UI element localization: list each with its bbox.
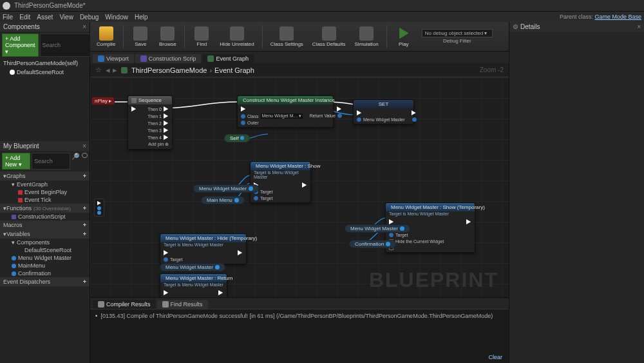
exec-out-pin[interactable] [302, 182, 307, 188]
play-button[interactable]: Play [391, 25, 417, 48]
blueprint-search-input[interactable] [32, 153, 70, 170]
add-pin-button[interactable]: Add pin ⊕ [148, 142, 169, 147]
var-main-menu[interactable]: MainMenu [0, 262, 90, 270]
var-menu-widget-master[interactable]: Menu Widget Master [0, 254, 90, 262]
section-graphs[interactable]: ▾Graphs+ [0, 172, 90, 181]
node-header[interactable]: Construct Menu Widget Master Instance [238, 96, 333, 104]
add-graph-icon[interactable]: + [83, 173, 86, 179]
event-beginplay[interactable]: Event BeginPlay [0, 188, 90, 196]
tab-compiler-results[interactable]: Compiler Results [93, 300, 156, 309]
nav-back-icon[interactable]: ◂ [106, 65, 110, 75]
target2-pin[interactable]: Target [389, 233, 444, 237]
class-settings-button[interactable]: Class Settings [267, 25, 307, 48]
var-confirmation[interactable]: Confirmation [0, 270, 90, 277]
section-macros[interactable]: Macros+ [0, 221, 90, 230]
eye-icon[interactable] [82, 153, 88, 158]
add-new-button[interactable]: + Add New ▾ [2, 153, 30, 170]
node-sequence[interactable]: Sequence Then 0 Then 1 Then 2 Then 3 The… [128, 95, 173, 150]
parent-class-link[interactable]: Game Mode Base [594, 14, 641, 20]
component-self[interactable]: ThirdPersonGameMode(self) [0, 59, 90, 68]
node-var-mwm[interactable]: Menu Widget Master [193, 184, 259, 193]
favorite-icon[interactable]: ☆ [95, 66, 102, 74]
then1-pin[interactable]: Then 1 [147, 113, 169, 119]
node-var-mwm4[interactable]: Menu Widget Master [345, 224, 410, 233]
return-value-pin[interactable]: Return Value [309, 113, 341, 118]
var-out-pin[interactable] [412, 117, 417, 122]
reroute-node[interactable] [94, 199, 104, 217]
panel-header-components[interactable]: Components × [0, 22, 90, 32]
graph-eventgraph[interactable]: ▾ EventGraph [0, 181, 90, 188]
menu-window[interactable]: Window [105, 14, 128, 21]
section-functions[interactable]: ▾Functions (30 Overridable)+ [0, 204, 90, 213]
exec-in-pin[interactable] [241, 106, 303, 112]
graph-canvas[interactable]: BLUEPRINT nPlay ▸ Sequence [90, 77, 509, 297]
close-icon[interactable]: × [637, 23, 641, 30]
node-header[interactable]: Menu Widget Master : Hide (Temporary) [160, 234, 246, 242]
var-group-components[interactable]: ▾ Components [0, 239, 90, 246]
close-icon[interactable]: × [82, 142, 86, 150]
add-component-button[interactable]: + Add Component ▾ [2, 34, 39, 57]
add-macro-icon[interactable]: + [83, 222, 86, 228]
clear-button[interactable]: Clear [488, 354, 502, 360]
exec-in-pin[interactable] [131, 106, 137, 112]
function-construction[interactable]: ConstructionScript [0, 213, 90, 221]
tab-construction[interactable]: Construction Scrip [135, 54, 202, 63]
node-header[interactable]: Menu Widget Master : Show [251, 162, 310, 170]
target2-pin[interactable]: Target [254, 196, 272, 201]
node-return[interactable]: Menu Widget Master : Return Target is Me… [160, 273, 227, 297]
target-pin[interactable]: Target [164, 257, 182, 262]
then2-pin[interactable]: Then 2 [147, 121, 169, 126]
node-header[interactable]: Menu Widget Master : Return [160, 274, 227, 282]
node-construct-widget[interactable]: Construct Menu Widget Master Instance Cl… [237, 95, 334, 128]
panel-header-details[interactable]: ⚙ Details × [509, 22, 644, 32]
menu-debug[interactable]: Debug [80, 14, 99, 21]
menu-edit[interactable]: Edit [19, 14, 30, 21]
node-var-mwm2[interactable]: Menu Widget Master [160, 263, 225, 271]
menu-help[interactable]: Help [135, 14, 148, 21]
tab-event-graph[interactable]: Event Graph [202, 54, 254, 63]
menu-file[interactable]: File [3, 14, 13, 21]
save-button[interactable]: Save [128, 25, 153, 48]
exec-in-pin[interactable] [164, 250, 182, 255]
node-set-variable[interactable]: SET Menu Widget Master [353, 99, 414, 124]
search-filter-icon[interactable]: 🔎 [71, 153, 79, 170]
section-dispatchers[interactable]: Event Dispatchers+ [0, 277, 90, 286]
close-icon[interactable]: × [82, 23, 86, 30]
outer-pin[interactable]: Outer [241, 121, 303, 125]
breadcrumb-root[interactable]: ThirdPersonGameMode [131, 66, 207, 74]
hide-unrelated-button[interactable]: Hide Unrelated [216, 25, 258, 48]
exec-in-pin[interactable] [164, 290, 182, 295]
exec-in-pin[interactable] [357, 110, 405, 115]
then3-pin[interactable]: Then 3 [147, 128, 169, 133]
node-show[interactable]: Menu Widget Master : Show Target is Menu… [250, 161, 311, 203]
var-scene-root[interactable]: DefaultSceneRoot [0, 246, 90, 254]
node-header[interactable]: Sequence [128, 96, 172, 104]
node-self[interactable]: Self [224, 134, 250, 142]
tab-viewport[interactable]: Viewport [93, 54, 134, 63]
node-hide-temporary[interactable]: Menu Widget Master : Hide (Temporary) Ta… [160, 233, 247, 264]
panel-header-myblueprint[interactable]: My Blueprint × [0, 141, 90, 151]
node-var-mainmenu[interactable]: Main Menu [201, 196, 245, 204]
exec-out-pin[interactable] [218, 290, 223, 295]
simulation-button[interactable]: Simulation [350, 25, 382, 48]
node-header[interactable]: SET [354, 100, 413, 108]
find-button[interactable]: Find [189, 25, 214, 48]
add-function-icon[interactable]: + [83, 205, 86, 211]
event-tick[interactable]: Event Tick [0, 196, 90, 204]
debug-object-dropdown[interactable]: No debug object selected ▾ [422, 29, 493, 37]
hide-current-pin[interactable]: Hide the Current Widget [389, 239, 444, 244]
exec-out-pin[interactable] [412, 110, 417, 115]
checkbox-pin[interactable] [389, 246, 444, 250]
class-defaults-button[interactable]: Class Defaults [308, 25, 350, 48]
nav-forward-icon[interactable]: ▸ [113, 65, 117, 75]
menu-asset[interactable]: Asset [37, 14, 53, 21]
node-var-confirmation[interactable]: Confirmation [349, 240, 396, 248]
breadcrumb-leaf[interactable]: Event Graph [214, 66, 254, 74]
then0-pin[interactable]: Then 0 [147, 106, 169, 112]
var-in-pin[interactable]: Menu Widget Master [357, 117, 405, 122]
add-dispatcher-icon[interactable]: + [83, 279, 86, 285]
class-dropdown[interactable]: Menu Widget M… ▾ [261, 113, 303, 119]
event-beginplay-node[interactable]: nPlay ▸ [91, 97, 115, 105]
exec-in-pin[interactable] [389, 219, 444, 224]
exec-out-pin[interactable] [238, 250, 243, 255]
